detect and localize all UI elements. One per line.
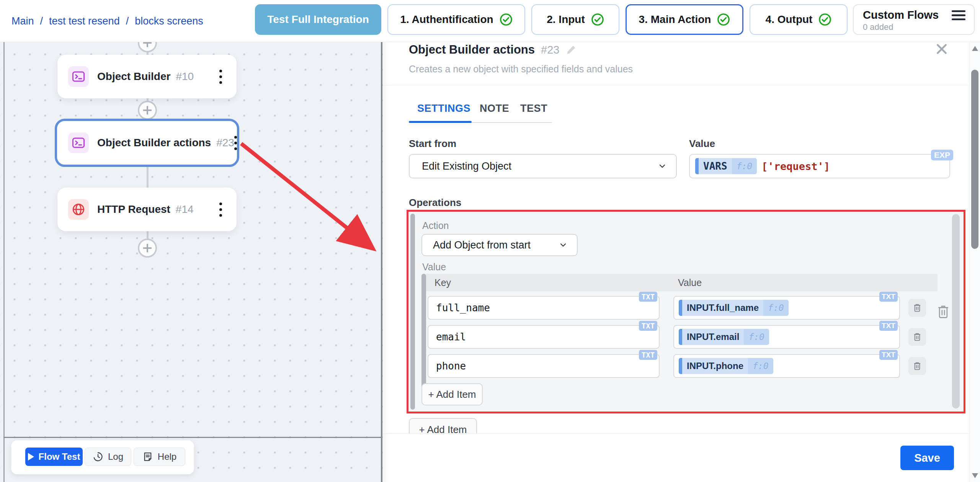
operations-scrollbar-track[interactable] [952,214,960,408]
edit-pencil-icon[interactable] [565,44,577,56]
txt-type-badge: TXT [639,350,657,360]
top-header: Main / test test resend / blocks screens… [0,0,980,42]
flow-canvas[interactable]: Object Builder #10 Object Builder action… [0,42,383,482]
log-button[interactable]: Log [85,448,131,466]
value-label: Value [689,138,715,150]
test-full-integration-label: Test Full Integration [267,13,369,26]
key-value: full_name [436,302,490,314]
pill-grip [679,358,682,374]
breadcrumb-link-main[interactable]: Main [11,15,34,27]
flow-node-http-request[interactable]: HTTP Request #14 [57,188,237,231]
tab-authentification[interactable]: 1. Authentification [387,4,525,35]
add-item-button-outer[interactable]: + Add Item [409,418,477,433]
hamburger-icon[interactable] [952,10,965,21]
key-column-header: Key [434,274,451,291]
txt-type-badge: TXT [879,350,898,360]
check-circle-icon [717,13,730,26]
tab-note[interactable]: NOTE [480,103,509,114]
annotation-arrow [0,42,383,482]
node-menu-kebab-icon[interactable] [234,136,237,150]
terminal-icon [68,132,89,153]
flow-test-label: Flow Test [39,451,80,462]
test-full-integration-button[interactable]: Test Full Integration [255,4,381,35]
help-label: Help [158,451,176,462]
panel-header: Object Builder actions #23 [409,43,577,57]
custom-flows-button[interactable]: Custom Flows 0 added [853,4,975,35]
delete-operation-trash-icon[interactable] [936,303,951,320]
scrollbar-thumb[interactable] [971,70,978,249]
vars-pill[interactable]: VARS f:0 [695,158,757,174]
panel-title: Object Builder actions [409,43,535,57]
add-item-button-inner[interactable]: + Add Item [421,383,483,405]
clock-history-icon [93,451,103,462]
footer-divider [383,433,969,434]
node-title: Object Builder actions [97,137,211,149]
txt-type-badge: TXT [639,321,657,331]
flow-node-object-builder[interactable]: Object Builder #10 [57,55,237,98]
canvas-boundary-right [381,42,382,482]
log-label: Log [108,451,123,462]
node-menu-kebab-icon[interactable] [219,70,222,84]
vars-pill-fn: f:0 [732,158,757,174]
node-title: HTTP Request [97,203,170,216]
input-pill[interactable]: INPUT.email f:0 [679,329,769,345]
input-pill-name: INPUT.email [682,329,744,345]
tab-main-action[interactable]: 3. Main Action [626,4,743,35]
input-pill[interactable]: INPUT.phone f:0 [679,358,773,374]
delete-row-button[interactable] [908,357,926,375]
close-icon[interactable] [936,43,948,55]
value-expression-input[interactable]: EXP VARS f:0 ['request'] [689,154,950,178]
scrollbar-up-arrow-icon[interactable] [972,46,978,51]
check-circle-icon [500,13,513,26]
play-icon [28,453,34,461]
canvas-boundary-bottom [3,437,382,438]
operation-drag-handle[interactable] [410,214,415,410]
flow-test-button[interactable]: Flow Test [25,448,83,466]
value-column-header: Value [678,274,702,291]
help-button[interactable]: Help [134,448,185,466]
operation-value-label: Value [422,261,446,273]
tab-label: 3. Main Action [639,13,711,26]
value-input[interactable]: TXT INPUT.phone f:0 [673,354,900,378]
add-node-button[interactable] [138,101,157,120]
breadcrumb-link-page[interactable]: blocks screens [135,15,203,27]
canvas-toolbar: Flow Test Log Help [11,440,194,474]
page-scrollbar[interactable] [969,42,980,482]
key-input[interactable]: TXT phone [428,354,660,378]
delete-row-button[interactable] [908,299,926,317]
pill-grip [695,158,699,174]
table-row: TXT full_name TXT INPUT.full_name f:0 [421,296,938,320]
txt-type-badge: TXT [639,292,657,302]
document-icon [142,451,153,462]
trash-icon [912,361,922,371]
input-pill-fn: f:0 [744,329,769,345]
tab-test[interactable]: TEST [520,103,547,114]
flow-node-object-builder-actions-selected[interactable]: Object Builder actions #23 [55,119,239,167]
delete-row-button[interactable] [908,328,926,346]
value-input[interactable]: TXT INPUT.email f:0 [673,325,900,349]
input-pill-name: INPUT.full_name [682,300,763,316]
start-from-select[interactable]: Edit Existing Object [409,154,677,178]
operations-label: Operations [409,197,461,209]
tab-output[interactable]: 4. Output [750,4,848,35]
input-pill[interactable]: INPUT.full_name f:0 [679,300,789,316]
scrollbar-down-arrow-icon[interactable] [972,473,978,478]
key-input[interactable]: TXT full_name [428,296,660,320]
custom-flows-label: Custom Flows [863,9,939,21]
input-pill-fn: f:0 [748,358,773,374]
tab-input[interactable]: 2. Input [531,4,619,35]
breadcrumb-link-project[interactable]: test test resend [49,15,120,27]
node-menu-kebab-icon[interactable] [219,203,222,217]
tab-settings[interactable]: SETTINGS [417,103,470,114]
chevron-down-icon [559,240,568,250]
action-select[interactable]: Add Object from start [421,234,578,256]
pill-grip [679,329,682,345]
value-input[interactable]: TXT INPUT.full_name f:0 [673,296,900,320]
add-node-button[interactable] [138,239,157,258]
key-input[interactable]: TXT email [428,325,660,349]
table-header: Key Value [426,274,938,291]
panel-divider [383,85,969,85]
save-button[interactable]: Save [900,446,954,470]
node-id: #10 [176,70,194,83]
input-pill-name: INPUT.phone [682,358,748,374]
